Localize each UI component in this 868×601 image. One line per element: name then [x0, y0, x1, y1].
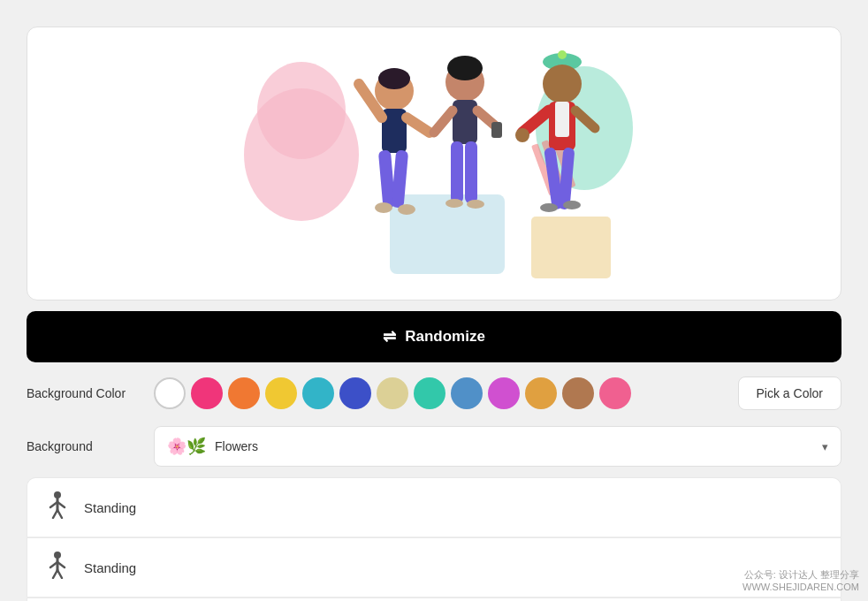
svg-point-35	[515, 128, 529, 142]
svg-point-16	[398, 204, 415, 215]
flowers-emoji: 🌸🌿	[167, 437, 206, 456]
svg-point-9	[378, 68, 410, 89]
watermark-line2: WWW.SHEJIDAREN.COM	[742, 582, 859, 592]
background-selected-value: Flowers	[215, 439, 258, 453]
swatch-steelblue[interactable]	[451, 377, 483, 409]
swatch-tan[interactable]	[377, 377, 408, 409]
swatch-yellow[interactable]	[265, 377, 297, 409]
background-select-label: Background	[27, 439, 141, 453]
svg-rect-4	[531, 217, 611, 278]
watermark-line1: 公众号: 设计达人 整理分享	[742, 568, 859, 582]
swatch-orange[interactable]	[228, 377, 260, 409]
swatch-cyan[interactable]	[302, 377, 334, 409]
background-select-row: Background 🌸🌿 Flowers ▾	[27, 426, 841, 467]
pose-icon-1	[43, 491, 72, 524]
swatch-hotpink[interactable]	[599, 377, 631, 409]
pose-row-2[interactable]: Standing	[27, 537, 841, 597]
svg-rect-23	[451, 141, 463, 203]
swatch-white[interactable]	[154, 377, 186, 409]
svg-point-30	[543, 65, 582, 103]
svg-line-45	[57, 510, 62, 518]
svg-point-1	[257, 62, 346, 159]
pick-color-button[interactable]: Pick a Color	[738, 377, 841, 410]
svg-point-15	[375, 202, 392, 213]
swatch-teal[interactable]	[414, 377, 445, 409]
background-select-display[interactable]: 🌸🌿 Flowers ▾	[154, 426, 841, 467]
watermark: 公众号: 设计达人 整理分享 WWW.SHEJIDAREN.COM	[742, 568, 859, 592]
svg-line-50	[53, 570, 57, 578]
main-container: ⇌ Randomize Background Color Pick a Colo…	[18, 18, 850, 601]
svg-point-18	[447, 56, 483, 80]
shuffle-icon: ⇌	[383, 327, 396, 346]
randomize-label: Randomize	[405, 328, 485, 346]
background-color-row: Background Color Pick a Color	[27, 377, 841, 410]
svg-point-39	[563, 201, 581, 209]
pose-label-2: Standing	[84, 560, 136, 575]
randomize-button[interactable]: ⇌ Randomize	[27, 311, 841, 362]
swatch-violet[interactable]	[488, 377, 520, 409]
illustration-area	[27, 27, 841, 300]
svg-rect-24	[465, 141, 477, 203]
svg-point-26	[467, 200, 484, 209]
svg-line-12	[407, 118, 430, 133]
swatch-pink[interactable]	[191, 377, 223, 409]
pose-icon-2	[43, 551, 72, 584]
svg-line-51	[57, 570, 62, 578]
background-select-wrapper: 🌸🌿 Flowers ▾	[154, 426, 841, 467]
svg-rect-22	[491, 122, 502, 138]
svg-line-20	[434, 110, 453, 133]
svg-point-38	[540, 203, 558, 212]
swatch-blue[interactable]	[339, 377, 371, 409]
swatch-gold[interactable]	[525, 377, 557, 409]
background-color-label: Background Color	[27, 386, 141, 400]
pose-rows: Standing Standing	[27, 477, 841, 601]
svg-point-29	[558, 50, 567, 59]
pose-row-3[interactable]: Standing	[27, 597, 841, 601]
pose-row-1[interactable]: Standing	[27, 477, 841, 537]
chevron-down-icon: ▾	[822, 440, 828, 453]
svg-point-25	[445, 199, 463, 208]
illustration-svg	[213, 40, 655, 287]
preview-card	[27, 27, 841, 300]
svg-line-44	[53, 510, 57, 518]
swatch-brown[interactable]	[562, 377, 594, 409]
svg-rect-19	[453, 100, 477, 144]
pose-label-1: Standing	[84, 500, 136, 515]
svg-rect-32	[555, 102, 569, 137]
color-swatches	[154, 377, 726, 409]
